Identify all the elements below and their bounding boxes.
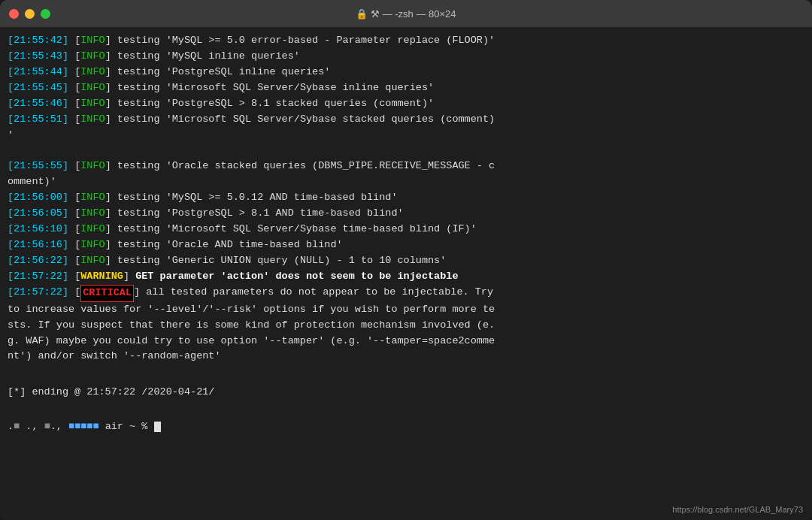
close-button[interactable]	[9, 9, 19, 19]
log-line-warning: [21:57:22] [WARNING] GET parameter 'acti…	[8, 269, 804, 285]
log-line-11: [21:56:16] [INFO] testing 'Oracle AND ti…	[8, 237, 804, 253]
maximize-button[interactable]	[41, 9, 50, 19]
log-line-2: [21:55:43] [INFO] testing 'MySQL inline …	[8, 49, 804, 65]
titlebar: 🔒 ⚒ — -zsh — 80×24	[0, 0, 812, 27]
log-line-critical-3: sts. If you suspect that there is some k…	[8, 318, 804, 334]
log-line-9: [21:56:05] [INFO] testing 'PostgreSQL > …	[8, 206, 804, 222]
log-line-critical: [21:57:22] [CRITICAL] all tested paramet…	[8, 285, 804, 302]
blank-line-1	[8, 143, 804, 159]
critical-badge: CRITICAL	[80, 285, 134, 302]
terminal-body[interactable]: [21:55:42] [INFO] testing 'MySQL >= 5.0 …	[0, 27, 812, 520]
log-line-7: [21:55:55] [INFO] testing 'Oracle stacke…	[8, 159, 804, 174]
log-line-6b: '	[8, 128, 804, 144]
prompt-line: .■ ., ■., ■■■■■ air ~ %	[8, 419, 804, 435]
log-line-5: [21:55:46] [INFO] testing 'PostgreSQL > …	[8, 96, 804, 112]
log-line-7b: omment)'	[8, 174, 804, 190]
log-line-critical-4: g. WAF) maybe you could try to use optio…	[8, 334, 804, 349]
log-line-4: [21:55:45] [INFO] testing 'Microsoft SQL…	[8, 80, 804, 96]
blank-line-3	[8, 401, 804, 416]
log-line-6: [21:55:51] [INFO] testing 'Microsoft SQL…	[8, 112, 804, 128]
log-line-critical-5: nt') and/or switch '--random-agent'	[8, 349, 804, 364]
minimize-button[interactable]	[25, 9, 35, 19]
blank-line-2	[8, 364, 804, 380]
log-line-12: [21:56:22] [INFO] testing 'Generic UNION…	[8, 253, 804, 269]
cursor	[154, 422, 161, 432]
window-title: 🔒 ⚒ — -zsh — 80×24	[356, 8, 456, 20]
ending-line: [*] ending @ 21:57:22 /2020-04-21/	[8, 385, 804, 401]
timestamp: [21:55:42]	[8, 33, 68, 49]
log-line-3: [21:55:44] [INFO] testing 'PostgreSQL in…	[8, 65, 804, 80]
watermark: https://blog.csdn.net/GLAB_Mary73	[672, 505, 803, 514]
log-line-8: [21:56:00] [INFO] testing 'MySQL >= 5.0.…	[8, 190, 804, 206]
terminal-window: 🔒 ⚒ — -zsh — 80×24 [21:55:42] [INFO] tes…	[0, 0, 812, 520]
log-line-1: [21:55:42] [INFO] testing 'MySQL >= 5.0 …	[8, 33, 804, 49]
traffic-lights	[9, 9, 50, 19]
log-line-critical-2: to increase values for '--level'/'--risk…	[8, 302, 804, 318]
log-line-10: [21:56:10] [INFO] testing 'Microsoft SQL…	[8, 222, 804, 237]
